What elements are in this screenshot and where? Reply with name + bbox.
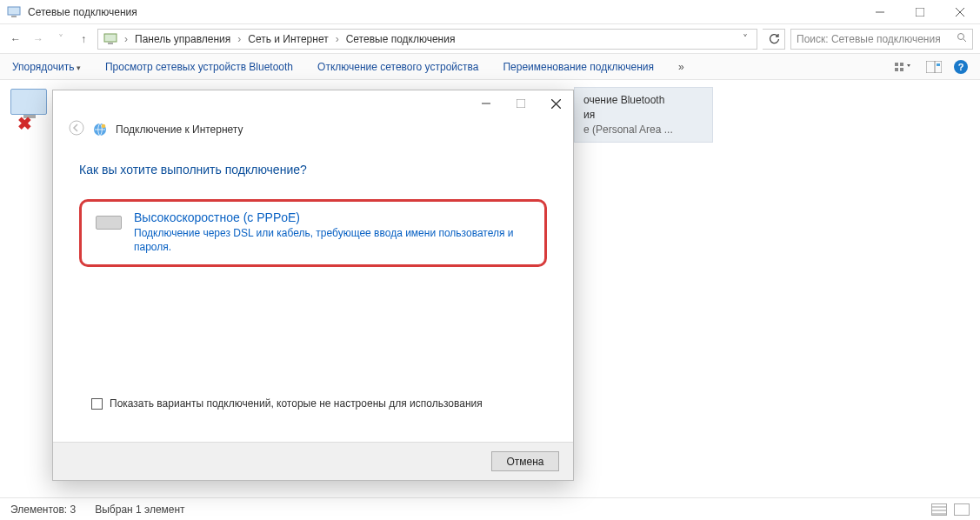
dialog-header: Подключение к Интернету (53, 117, 573, 147)
bt-item-title: очение Bluetooth (583, 93, 703, 108)
address-dropdown-button[interactable]: ˅ (739, 33, 751, 45)
nav-back-button[interactable]: ← (7, 30, 24, 48)
view-bt-devices-button[interactable]: Просмотр сетевых устройств Bluetooth (105, 61, 293, 73)
breadcrumb-box[interactable]: › Панель управления › Сеть и Интернет › … (97, 29, 757, 50)
status-bar: Элементов: 3 Выбран 1 элемент (0, 497, 980, 520)
svg-point-23 (102, 123, 106, 128)
details-view-button[interactable] (931, 503, 947, 516)
address-bar: ← → ˅ ↑ › Панель управления › Сеть и Инт… (0, 24, 980, 54)
modem-icon (96, 216, 122, 230)
pppoe-option-title: Высокоскоростное (с PPPoE) (134, 210, 530, 224)
monitor-icon (10, 89, 47, 115)
search-placeholder: Поиск: Сетевые подключения (797, 33, 957, 45)
svg-rect-3 (916, 8, 924, 17)
minimize-button[interactable] (860, 0, 900, 24)
more-commands-button[interactable]: » (678, 61, 684, 73)
svg-rect-13 (900, 68, 903, 71)
search-icon (957, 32, 967, 45)
view-options-button[interactable] (895, 61, 914, 73)
svg-rect-12 (895, 68, 898, 71)
close-button[interactable] (940, 0, 980, 24)
explorer-titlebar: Сетевые подключения (0, 0, 980, 24)
connection-item-bluetooth[interactable]: очение Bluetooth ия e (Personal Area ... (574, 87, 713, 143)
rename-connection-button[interactable]: Переименование подключения (503, 61, 654, 73)
svg-rect-1 (11, 16, 17, 17)
svg-point-21 (70, 121, 83, 135)
dialog-title: Подключение к Интернету (116, 123, 243, 136)
dialog-maximize-button[interactable] (503, 90, 538, 117)
svg-rect-7 (108, 43, 113, 44)
svg-rect-11 (900, 63, 903, 66)
svg-rect-0 (8, 7, 20, 15)
chevron-right-icon: › (334, 33, 341, 45)
chevron-right-icon: › (123, 33, 130, 45)
svg-rect-10 (895, 63, 898, 66)
nav-forward-button[interactable]: → (30, 30, 47, 48)
breadcrumb-mid[interactable]: Сеть и Интернет (248, 33, 328, 45)
dialog-back-button[interactable] (69, 120, 84, 138)
help-button[interactable]: ? (954, 60, 968, 74)
dialog-close-button[interactable] (538, 90, 573, 117)
control-panel-icon (103, 32, 117, 46)
status-selected: Выбран 1 элемент (95, 503, 184, 516)
dialog-minimize-button[interactable] (469, 90, 503, 117)
svg-rect-6 (104, 34, 117, 42)
show-unconfigured-checkbox[interactable] (91, 398, 103, 410)
pppoe-option[interactable]: Высокоскоростное (с PPPoE) Подключение ч… (79, 199, 547, 267)
bt-item-status: ия (583, 108, 703, 123)
pppoe-option-desc: Подключение через DSL или кабель, требую… (134, 226, 530, 254)
refresh-button[interactable] (763, 29, 785, 50)
search-input[interactable]: Поиск: Сетевые подключения (790, 29, 973, 50)
window-title: Сетевые подключения (28, 6, 137, 18)
organize-menu[interactable]: Упорядочить (12, 61, 81, 73)
svg-line-9 (963, 39, 966, 42)
icons-view-button[interactable] (954, 503, 970, 516)
show-unconfigured-label: Показать варианты подключений, которые н… (110, 397, 483, 410)
svg-point-8 (958, 34, 964, 40)
network-icon (7, 5, 21, 19)
breadcrumb-leaf[interactable]: Сетевые подключения (346, 33, 456, 45)
command-bar: Упорядочить Просмотр сетевых устройств B… (0, 54, 980, 80)
svg-rect-14 (926, 61, 942, 73)
error-x-icon: ✖ (17, 113, 32, 134)
dialog-footer: Отмена (53, 442, 573, 480)
svg-rect-16 (937, 63, 940, 66)
breadcrumb-root[interactable]: Панель управления (135, 33, 230, 45)
nav-up-button[interactable]: ↑ (75, 30, 92, 48)
svg-rect-18 (517, 99, 525, 108)
preview-pane-button[interactable] (926, 61, 942, 73)
maximize-button[interactable] (900, 0, 940, 24)
dialog-question: Как вы хотите выполнить подключение? (79, 163, 547, 177)
chevron-right-icon: › (236, 33, 243, 45)
dialog-titlebar (53, 90, 573, 117)
bt-item-device: e (Personal Area ... (583, 123, 703, 137)
disable-device-button[interactable]: Отключение сетевого устройства (317, 61, 478, 73)
cancel-button[interactable]: Отмена (491, 451, 559, 471)
connect-to-internet-dialog: Подключение к Интернету Как вы хотите вы… (52, 90, 574, 481)
globe-icon (93, 123, 107, 137)
show-unconfigured-row[interactable]: Показать варианты подключений, которые н… (79, 397, 547, 410)
status-count: Элементов: 3 (10, 503, 76, 516)
nav-recent-button[interactable]: ˅ (52, 30, 70, 48)
